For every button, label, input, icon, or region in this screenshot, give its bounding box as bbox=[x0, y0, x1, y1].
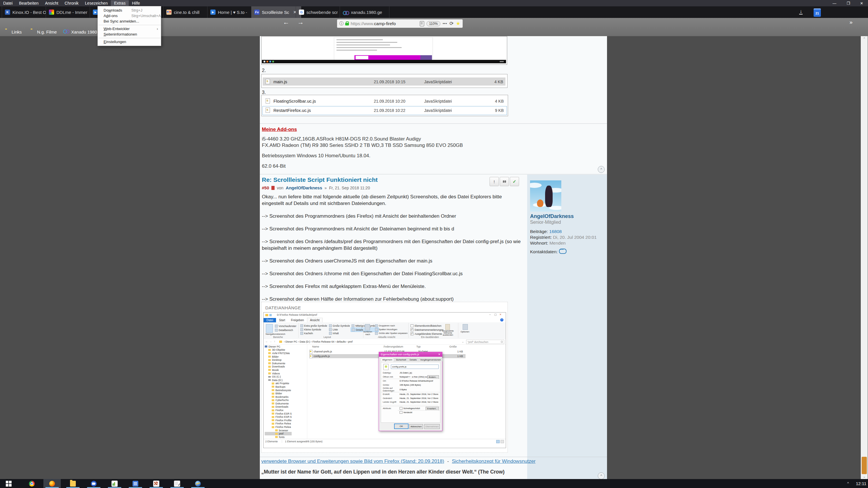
ribbon-tab-datei[interactable]: Datei bbox=[264, 318, 276, 322]
restore-button[interactable]: ❐ bbox=[842, 0, 855, 6]
tab-kinox[interactable]: K Kinox.IO - Best O bbox=[2, 6, 51, 18]
column-type[interactable]: Typ bbox=[416, 345, 421, 348]
toggle-option[interactable]: Dateinamenerweiterungen bbox=[410, 328, 443, 332]
pm-bubble-icon[interactable] bbox=[559, 249, 566, 254]
toggle-option[interactable]: Elementkontrollkästchen bbox=[410, 324, 443, 328]
meine-addons-link[interactable]: Meine Add-ons bbox=[262, 127, 297, 132]
layout-option[interactable]: Extra große Symbole bbox=[300, 324, 328, 328]
scrollbar-thumb[interactable] bbox=[862, 457, 867, 474]
menu-item-addons[interactable]: Add-ons Strg+Umschalt+A bbox=[98, 13, 161, 19]
scroll-up-icon[interactable]: ⌃ bbox=[861, 36, 868, 41]
post-page-icon[interactable] bbox=[271, 186, 275, 190]
taskbar-firefox[interactable] bbox=[43, 479, 61, 488]
hide-selected-icon[interactable] bbox=[445, 324, 450, 330]
url-bar[interactable]: ⓘ https://www.camp-firefo 110% ••• ⟳ ★ bbox=[337, 20, 463, 28]
back-icon[interactable]: ← bbox=[283, 19, 289, 26]
up-icon[interactable]: ↑ bbox=[274, 340, 275, 343]
details-pane-item[interactable]: Detailbereich bbox=[274, 328, 294, 332]
tray-expand-icon[interactable]: ^ bbox=[847, 481, 849, 485]
forward-icon[interactable]: → bbox=[269, 340, 272, 343]
sort-icon[interactable] bbox=[365, 324, 370, 330]
ok-button[interactable]: OK bbox=[394, 424, 408, 429]
column-name[interactable]: Name bbox=[312, 345, 319, 348]
tree-item[interactable]: Cyberfuchs bbox=[265, 399, 292, 402]
tree-item[interactable]: fonts bbox=[265, 435, 292, 439]
layout-option[interactable]: Inhalt bbox=[328, 331, 351, 335]
menu-bearbeiten[interactable]: Bearbeiten bbox=[16, 0, 42, 6]
menu-item-downloads[interactable]: Downloads Strg+J bbox=[98, 7, 161, 13]
tree-item[interactable]: Firefox ESR 6 bbox=[265, 415, 292, 419]
overflow-icon[interactable]: » bbox=[849, 19, 852, 26]
tab-schwebende[interactable]: G schwebende scr bbox=[296, 6, 345, 18]
layout-option[interactable]: Liste bbox=[328, 328, 351, 331]
tree-item[interactable]: Downloads bbox=[265, 365, 292, 368]
tree-item[interactable]: Firefox bbox=[265, 409, 292, 412]
prev-post-attachment-image[interactable] bbox=[261, 36, 507, 65]
tree-item[interactable]: Dokumente bbox=[265, 402, 292, 405]
scroll-down-icon[interactable]: ⌄ bbox=[861, 474, 868, 479]
minimize-button[interactable]: — bbox=[828, 0, 841, 6]
post-number[interactable]: #50 bbox=[262, 185, 269, 190]
dialog-titlebar[interactable]: Eigenschaften von config-prefs.js ✕ bbox=[379, 352, 442, 357]
tab-home-sto[interactable]: ▶ Home | ♥ S.to - bbox=[207, 6, 257, 18]
bookmark-ng-filme[interactable]: N.g. Filme bbox=[37, 30, 57, 34]
profile-username[interactable]: AngelOfDarkness bbox=[530, 214, 574, 220]
tab-cineto[interactable]: cine.to & chill bbox=[163, 6, 213, 18]
breadcrumb[interactable]: › Dieser PC › Data (D:) › Firefox Releas… bbox=[284, 340, 353, 343]
dialog-tab-details[interactable]: Details bbox=[408, 358, 418, 361]
dialog-close-icon[interactable]: ✕ bbox=[438, 353, 440, 356]
checkbox-icon[interactable] bbox=[400, 411, 402, 414]
apply-button[interactable]: Übernehmen bbox=[424, 424, 440, 429]
report-post-button[interactable]: ! bbox=[490, 177, 499, 186]
tree-item[interactable]: Downloads bbox=[265, 405, 292, 409]
cancel-button[interactable]: Abbrechen bbox=[409, 424, 423, 429]
bookmark-xanadu[interactable]: Xanadu 1980 bbox=[71, 30, 97, 34]
post-author-link[interactable]: AngelOfDarkness bbox=[286, 185, 322, 190]
bookmark-links[interactable]: Links bbox=[11, 30, 22, 34]
signature-link-1[interactable]: verwendete Browser und Erweiterungen sow… bbox=[261, 458, 444, 464]
back-icon[interactable]: ← bbox=[265, 340, 268, 343]
layout-option[interactable]: Große Symbole bbox=[328, 324, 351, 328]
forward-icon[interactable]: → bbox=[298, 19, 304, 26]
tree-item[interactable]: pref bbox=[265, 432, 292, 435]
file-table-scripts[interactable]: FloatingScrollbar.uc.js 21.09.2018 10:20… bbox=[261, 95, 508, 116]
start-button[interactable] bbox=[0, 479, 18, 488]
tree-item[interactable]: Dokumente bbox=[265, 362, 292, 365]
tab-ddlme[interactable]: DDLme - Immer bbox=[46, 6, 95, 18]
menu-chronik[interactable]: Chronik bbox=[61, 0, 82, 6]
column-size[interactable]: Größe bbox=[450, 345, 457, 348]
back-to-top-button[interactable]: ^ bbox=[598, 473, 605, 479]
tab-xanadu[interactable]: xanadu.1980.ge bbox=[340, 6, 390, 18]
tree-item[interactable]: Data (D:) bbox=[265, 379, 292, 382]
checkbox-icon[interactable] bbox=[400, 407, 402, 410]
tree-item[interactable]: Musik bbox=[265, 368, 292, 372]
menu-item-settings[interactable]: Einstellungen bbox=[98, 39, 161, 44]
menu-hilfe[interactable]: Hilfe bbox=[129, 0, 143, 6]
tree-item[interactable]: akt Projekte bbox=[265, 382, 292, 385]
dialog-tab-sicherheit[interactable]: Sicherheit bbox=[394, 358, 408, 361]
layout-option[interactable]: Kacheln bbox=[300, 331, 328, 335]
tree-item[interactable]: browser bbox=[265, 429, 292, 432]
tree-item[interactable]: Desktop bbox=[265, 358, 292, 362]
tree-item[interactable]: AVM FRITZ!Me bbox=[265, 352, 292, 355]
tree-item[interactable]: Bilder bbox=[265, 392, 292, 395]
layout-option[interactable]: Kleine Symbole bbox=[300, 328, 328, 331]
menu-ansicht[interactable]: Ansicht bbox=[42, 0, 61, 6]
page-info-icon[interactable]: ⓘ bbox=[339, 21, 343, 26]
tree-item[interactable]: Firefox Profile bbox=[265, 419, 292, 422]
ribbon-tab-freigeben[interactable]: Freigeben bbox=[288, 318, 307, 322]
posts-count-link[interactable]: 16808 bbox=[549, 229, 562, 234]
close-button[interactable]: ✕ bbox=[855, 0, 868, 6]
navigation-pane-icon[interactable] bbox=[266, 324, 273, 333]
tree-item[interactable]: OS (C:) bbox=[265, 375, 292, 379]
menu-lesezeichen[interactable]: Lesezeichen bbox=[82, 0, 111, 6]
refresh-icon[interactable]: ⌄ bbox=[462, 340, 464, 343]
page-scrollbar[interactable]: ⌃ ⌄ bbox=[861, 36, 868, 479]
accept-answer-button[interactable]: ✓ bbox=[510, 177, 519, 186]
options-icon[interactable] bbox=[463, 324, 468, 330]
view-option[interactable]: Größe aller Spalten anpassen bbox=[374, 331, 408, 335]
menu-datei[interactable]: Datei bbox=[0, 0, 16, 6]
file-table-main-js[interactable]: main.js 21.09.2018 10:15 JavaSkriptdatei… bbox=[261, 74, 507, 88]
signature-link-2[interactable]: Sicherheitskonzept für Windowsnutzer bbox=[452, 458, 535, 464]
tree-item[interactable]: Bookmarks bbox=[265, 395, 292, 399]
